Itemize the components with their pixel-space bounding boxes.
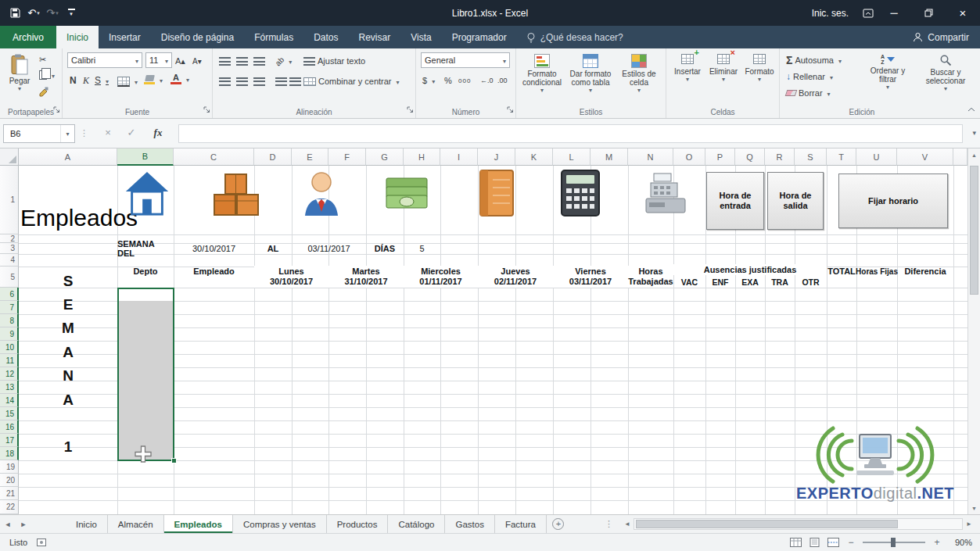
tab-insertar[interactable]: Insertar	[99, 26, 151, 48]
sheet-tab-productos[interactable]: Productos	[327, 515, 389, 533]
formula-bar-handle[interactable]: ⋮	[80, 128, 88, 138]
column-header-O[interactable]: O	[673, 148, 705, 166]
column-header-K[interactable]: K	[515, 148, 553, 166]
ribbon-display-options-button[interactable]	[860, 4, 877, 23]
column-header-M[interactable]: M	[591, 148, 628, 166]
accounting-format-button[interactable]: $	[422, 73, 435, 88]
select-all-corner[interactable]	[0, 148, 19, 166]
header-depto[interactable]: Depto	[117, 263, 174, 280]
bold-button[interactable]: N	[70, 73, 77, 88]
sheet-nav-left[interactable]: ◄	[0, 515, 16, 533]
align-center-button[interactable]	[236, 74, 248, 88]
column-header-Q[interactable]: Q	[735, 148, 765, 166]
increase-decimal-button[interactable]: ←.0	[480, 73, 494, 88]
sign-in-button[interactable]: Inic. ses.	[801, 8, 860, 19]
row-header-14[interactable]: 14	[0, 394, 19, 407]
row-header-9[interactable]: 9	[0, 327, 19, 341]
sort-filter-button[interactable]: AZ Ordenar y filtrar ▾	[863, 50, 913, 90]
column-header-N[interactable]: N	[628, 148, 673, 166]
save-button[interactable]	[6, 4, 23, 23]
cell-fecha-inicio[interactable]: 30/10/2017	[174, 243, 254, 254]
column-header-V[interactable]: V	[897, 148, 953, 166]
align-right-button[interactable]	[253, 74, 265, 88]
calculator-image[interactable]	[558, 169, 602, 219]
minimize-button[interactable]: ─	[877, 0, 911, 26]
sheet-nav-right[interactable]: ►	[16, 515, 31, 533]
formula-bar-expand-button[interactable]	[972, 129, 976, 137]
cancel-entry-button[interactable]: ×	[100, 127, 116, 138]
column-header-J[interactable]: J	[478, 148, 515, 166]
portapapeles-dialog-launcher[interactable]	[53, 106, 60, 115]
row-header-1[interactable]: 1	[0, 166, 19, 234]
tab-datos[interactable]: Datos	[303, 26, 348, 48]
row-header-20[interactable]: 20	[0, 474, 19, 487]
column-header-E[interactable]: E	[292, 148, 328, 166]
row-header-8[interactable]: 8	[0, 314, 19, 327]
font-name-select[interactable]: Calibri	[67, 52, 142, 68]
row-header-3[interactable]: 3	[0, 243, 19, 254]
increase-indent-button[interactable]	[289, 74, 301, 88]
italic-button[interactable]: K	[83, 73, 89, 88]
row-header-17[interactable]: 17	[0, 434, 19, 447]
decrease-indent-button[interactable]	[275, 74, 287, 88]
fijar-horario-button[interactable]: Fijar horario	[838, 174, 948, 228]
shrink-font-button[interactable]: A▾	[192, 54, 202, 68]
sheet-tab-catalogo[interactable]: Catálogo	[388, 515, 445, 533]
row-header-16[interactable]: 16	[0, 420, 19, 434]
vscroll-thumb[interactable]	[970, 166, 978, 295]
normal-view-button[interactable]	[790, 538, 802, 547]
page-break-view-button[interactable]	[827, 538, 839, 547]
insert-function-button[interactable]: fx	[150, 127, 166, 139]
cut-button[interactable]: ✂	[39, 52, 46, 66]
underline-button[interactable]: S	[95, 73, 109, 88]
sheet-tab-compras[interactable]: Compras y ventas	[233, 515, 327, 533]
decrease-decimal-button[interactable]: .00	[497, 73, 508, 88]
zoom-level[interactable]: 90%	[949, 538, 972, 547]
column-header-S[interactable]: S	[795, 148, 827, 166]
vertical-scrollbar[interactable]: ▲ ▼	[967, 148, 980, 514]
cell-al[interactable]: AL	[254, 243, 292, 254]
header-empleado[interactable]: Empleado	[174, 263, 254, 280]
close-button[interactable]: ×	[946, 0, 980, 26]
undo-button[interactable]: ↶▾	[25, 4, 42, 23]
header-vac[interactable]: VAC	[673, 277, 705, 287]
notebook-image[interactable]	[476, 169, 516, 219]
font-color-button[interactable]: A	[171, 72, 189, 86]
zoom-out-button[interactable]: −	[846, 537, 856, 548]
header-diferencia[interactable]: Diferencia	[897, 263, 953, 280]
tab-archivo[interactable]: Archivo	[0, 26, 56, 48]
tell-me-search[interactable]: ¿Qué desea hacer?	[517, 26, 633, 48]
row-header-21[interactable]: 21	[0, 487, 19, 500]
scroll-up-button[interactable]: ▲	[968, 148, 980, 161]
hora-entrada-button[interactable]: Hora de entrada	[706, 172, 764, 230]
hscroll-track[interactable]	[634, 518, 963, 530]
row-header-6[interactable]: 6	[0, 288, 19, 301]
header-horas-fijas[interactable]: Horas Fijas	[856, 263, 897, 280]
sheet-tab-gastos[interactable]: Gastos	[445, 515, 494, 533]
row-header-4[interactable]: 4	[0, 254, 19, 267]
hscroll-thumb[interactable]	[636, 520, 898, 528]
tab-vista[interactable]: Vista	[400, 26, 441, 48]
house-image[interactable]	[124, 169, 171, 219]
page-layout-view-button[interactable]	[809, 538, 820, 547]
tab-revisar[interactable]: Revisar	[349, 26, 401, 48]
tab-formulas[interactable]: Fórmulas	[244, 26, 303, 48]
column-header-P[interactable]: P	[705, 148, 735, 166]
column-header-partial[interactable]	[953, 148, 967, 166]
cell-a1-title[interactable]: Empleados	[20, 205, 138, 231]
row-header-19[interactable]: 19	[0, 460, 19, 474]
fill-button[interactable]: ↓Rellenar	[786, 70, 833, 84]
macro-record-icon[interactable]	[37, 538, 46, 546]
wrap-text-button[interactable]: Ajustar texto	[303, 54, 365, 68]
collapse-ribbon-button[interactable]	[967, 104, 975, 113]
row-header-5[interactable]: 5	[0, 267, 19, 288]
column-header-F[interactable]: F	[328, 148, 366, 166]
sheet-tab-almacen[interactable]: Almacén	[108, 515, 164, 533]
header-ausencias[interactable]: Ausencias justificadas	[673, 264, 827, 275]
grow-font-button[interactable]: A▴	[175, 54, 185, 68]
format-cells-button[interactable]: Formato ▾	[742, 50, 777, 82]
redo-button[interactable]: ↷▾	[44, 4, 61, 23]
column-header-R[interactable]: R	[765, 148, 795, 166]
cell-semana-del[interactable]: SEMANA DEL	[117, 243, 174, 254]
format-as-table-button[interactable]: Dar formato como tabla ▾	[568, 50, 613, 93]
